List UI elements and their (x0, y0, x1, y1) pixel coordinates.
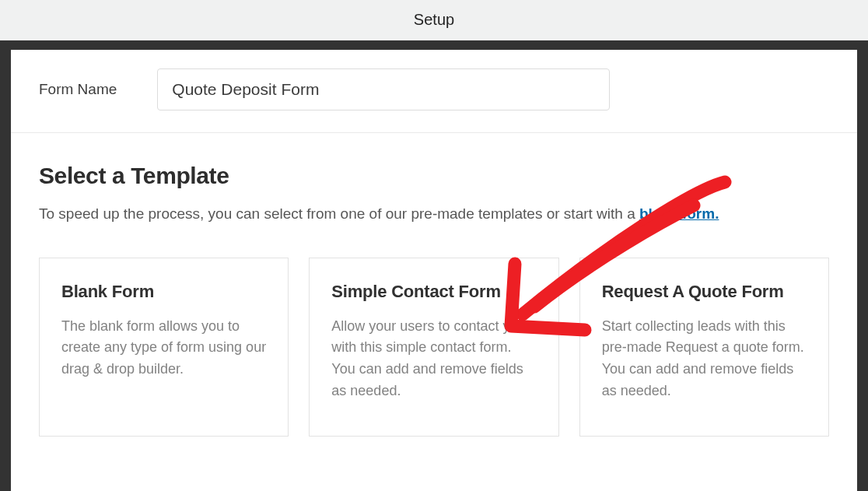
blank-form-link[interactable]: blank form. (639, 205, 719, 222)
panel-wrap: Form Name Select a Template To speed up … (0, 40, 868, 491)
setup-panel: Form Name Select a Template To speed up … (11, 50, 857, 491)
template-subtext-pre: To speed up the process, you can select … (39, 205, 639, 222)
card-title: Simple Contact Form (331, 282, 536, 302)
template-heading: Select a Template (39, 163, 829, 189)
header-title: Setup (414, 11, 454, 29)
template-card-simple-contact[interactable]: Simple Contact Form Allow your users to … (309, 258, 558, 437)
header-bar: Setup (0, 0, 868, 40)
form-name-label: Form Name (39, 81, 117, 98)
template-card-blank-form[interactable]: Blank Form The blank form allows you to … (39, 258, 289, 437)
template-card-request-quote[interactable]: Request A Quote Form Start collecting le… (579, 258, 829, 437)
card-desc: The blank form allows you to create any … (61, 316, 266, 381)
card-desc: Start collecting leads with this pre-mad… (602, 316, 807, 403)
form-name-input[interactable] (157, 68, 610, 110)
card-title: Request A Quote Form (602, 282, 807, 302)
form-name-row: Form Name (11, 50, 857, 133)
template-subtext: To speed up the process, you can select … (39, 203, 829, 225)
template-section: Select a Template To speed up the proces… (11, 133, 857, 437)
card-title: Blank Form (61, 282, 266, 302)
card-desc: Allow your users to contact you with thi… (331, 316, 536, 403)
template-cards: Blank Form The blank form allows you to … (39, 258, 829, 437)
